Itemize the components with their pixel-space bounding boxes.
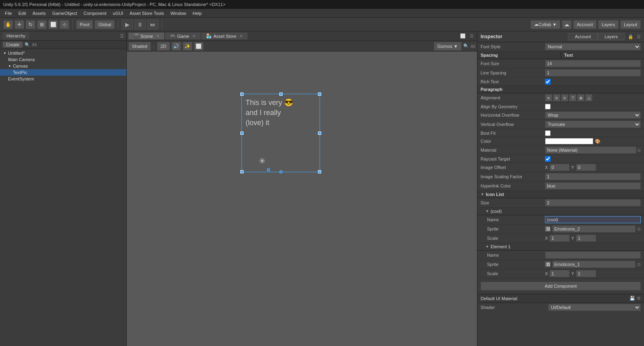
menu-file[interactable]: File xyxy=(2,10,15,16)
align-bottom-btn[interactable]: ⊥ xyxy=(585,94,592,101)
element1-section[interactable]: ▼ Element 1 xyxy=(477,243,644,251)
cool-expand[interactable]: ▼ xyxy=(485,209,489,213)
cool-name-input[interactable] xyxy=(545,216,641,223)
element1-expand[interactable]: ▼ xyxy=(485,245,489,249)
asset-store-tab-close[interactable]: ✕ xyxy=(239,34,243,38)
sprite-target-icon[interactable]: ⊙ xyxy=(637,227,641,232)
layers-tab[interactable]: Layers xyxy=(598,33,625,40)
line-spacing-input[interactable] xyxy=(545,69,641,76)
align-middle-btn[interactable]: ⊕ xyxy=(577,94,584,101)
element1-name-input[interactable] xyxy=(545,251,641,259)
shaded-select[interactable]: Shaded xyxy=(128,42,151,51)
scene-tab[interactable]: 🎬 Scene ✕ xyxy=(128,33,164,39)
menu-component[interactable]: Component xyxy=(80,10,109,16)
toolbar-rect-tool[interactable]: ⬜ xyxy=(48,20,58,29)
cool-sprite-input[interactable] xyxy=(552,225,636,233)
align-top-btn[interactable]: ⊤ xyxy=(569,94,576,101)
menu-gameobject[interactable]: GameObject xyxy=(49,10,80,16)
pivot-button[interactable]: Pivot xyxy=(76,20,93,29)
gizmos-button[interactable]: Gizmos ▼ xyxy=(434,42,462,51)
2d-button[interactable]: 2D xyxy=(157,42,170,51)
global-button[interactable]: Global xyxy=(95,20,115,29)
game-tab-close[interactable]: ✕ xyxy=(192,34,196,38)
align-right-btn[interactable]: ≡ xyxy=(561,94,568,101)
image-scaling-input[interactable] xyxy=(545,173,641,180)
account-button[interactable]: Account xyxy=(573,20,597,29)
scene-view-toggle[interactable]: ⬜ xyxy=(194,42,204,51)
handle-mid-left[interactable] xyxy=(240,132,244,135)
rich-text-checkbox[interactable] xyxy=(545,79,551,84)
best-fit-checkbox[interactable] xyxy=(545,130,551,136)
align-center-btn[interactable]: ≡ xyxy=(553,94,560,101)
fx-button[interactable]: ✨ xyxy=(183,42,192,51)
material-input[interactable] xyxy=(545,146,636,154)
menu-ugui[interactable]: uGUI xyxy=(109,10,126,16)
hierarchy-item-eventsystem[interactable]: EventSystem xyxy=(0,76,126,82)
material-settings-icon[interactable]: ⚙ xyxy=(637,296,641,301)
handle-bot-right[interactable] xyxy=(318,170,321,173)
icon-list-expand[interactable]: ▼ xyxy=(481,192,484,196)
hierarchy-tab[interactable]: Hierarchy xyxy=(2,32,29,39)
audio-button[interactable]: 🔊 xyxy=(171,42,181,51)
handle-bot-left[interactable] xyxy=(240,170,244,173)
cool-scale-x-input[interactable] xyxy=(549,235,570,242)
add-component-button[interactable]: Add Component xyxy=(481,282,641,290)
asset-store-tab[interactable]: 🏪 Asset Store ✕ xyxy=(201,33,248,39)
element1-scale-y-input[interactable] xyxy=(576,270,596,277)
cloud-button[interactable]: ☁ xyxy=(562,20,572,29)
element1-scale-x-input[interactable] xyxy=(549,270,570,277)
menu-assets[interactable]: Assets xyxy=(29,10,49,16)
scene-tab-close[interactable]: ✕ xyxy=(156,34,159,38)
color-picker-icon[interactable]: 🎨 xyxy=(595,139,601,144)
collab-button[interactable]: ☁ Collab ▼ xyxy=(530,20,560,29)
hierarchy-item-canvas[interactable]: ▼ Canvas xyxy=(0,63,126,69)
toolbar-hand-tool[interactable]: ✋ xyxy=(3,20,13,29)
hierarchy-create-button[interactable]: Create xyxy=(2,41,23,48)
material-target-icon[interactable]: ⊙ xyxy=(637,148,641,153)
scene-maximize-icon[interactable]: ⬜ xyxy=(458,33,467,39)
element1-sprite-input[interactable] xyxy=(552,261,636,268)
play-button[interactable]: ▶ xyxy=(122,20,133,29)
hierarchy-item-untitled[interactable]: ▼ Untitled* xyxy=(0,50,126,56)
menu-asset-store-tools[interactable]: Asset Store Tools xyxy=(126,10,167,16)
toolbar-scale-tool[interactable]: ⊞ xyxy=(37,20,47,29)
account-tab[interactable]: Account xyxy=(568,33,598,40)
game-tab[interactable]: 🎮 Game ✕ xyxy=(165,33,200,39)
handle-top-right[interactable] xyxy=(318,93,321,96)
align-left-btn[interactable]: ≡ xyxy=(545,94,552,101)
scene-menu-icon[interactable]: ☰ xyxy=(468,33,475,39)
hierarchy-item-textpic[interactable]: TextPic xyxy=(0,69,126,76)
handle-top-center[interactable] xyxy=(279,93,283,96)
align-geometry-checkbox[interactable] xyxy=(545,104,551,109)
material-save-icon[interactable]: 💾 xyxy=(630,296,635,301)
menu-edit[interactable]: Edit xyxy=(15,10,29,16)
cool-scale-y-input[interactable] xyxy=(576,235,596,242)
hierarchy-item-main-camera[interactable]: Main Camera xyxy=(0,56,126,63)
handle-pivot[interactable] xyxy=(279,170,283,173)
inspector-lock-icon[interactable]: 🔒 xyxy=(628,34,634,39)
step-button[interactable]: ⏭ xyxy=(147,20,159,29)
toolbar-transform-tool[interactable]: ⊹ xyxy=(60,20,69,29)
font-size-input[interactable] xyxy=(545,60,641,67)
vertical-overflow-select[interactable]: Truncate xyxy=(545,121,641,128)
raycast-target-checkbox[interactable] xyxy=(545,156,551,162)
layers-button[interactable]: Layers xyxy=(598,20,619,29)
size-input[interactable] xyxy=(545,199,641,206)
hyperlink-color-input[interactable] xyxy=(545,182,641,189)
pause-button[interactable]: ⏸ xyxy=(134,20,146,29)
layout-button[interactable]: Layout xyxy=(620,20,641,29)
image-offset-x-input[interactable] xyxy=(549,164,570,171)
font-style-select[interactable]: Normal xyxy=(545,43,641,50)
handle-mid-right[interactable] xyxy=(318,132,321,135)
color-swatch[interactable] xyxy=(545,138,593,144)
toolbar-rotate-tool[interactable]: ↻ xyxy=(26,20,35,29)
menu-help[interactable]: Help xyxy=(190,10,205,16)
shader-select[interactable]: UI/Default xyxy=(548,304,641,311)
inspector-menu-icon[interactable]: ☰ xyxy=(637,34,641,39)
horizontal-overflow-select[interactable]: Wrap xyxy=(545,111,641,119)
hierarchy-menu-icon[interactable]: ☰ xyxy=(120,33,124,39)
sprite2-target-icon[interactable]: ⊙ xyxy=(637,262,641,267)
scene-view[interactable]: This is very 😎and I really(love) it ✳ xyxy=(127,51,477,346)
cool-section[interactable]: ▼ (cool) xyxy=(477,208,644,215)
menu-window[interactable]: Window xyxy=(167,10,189,16)
